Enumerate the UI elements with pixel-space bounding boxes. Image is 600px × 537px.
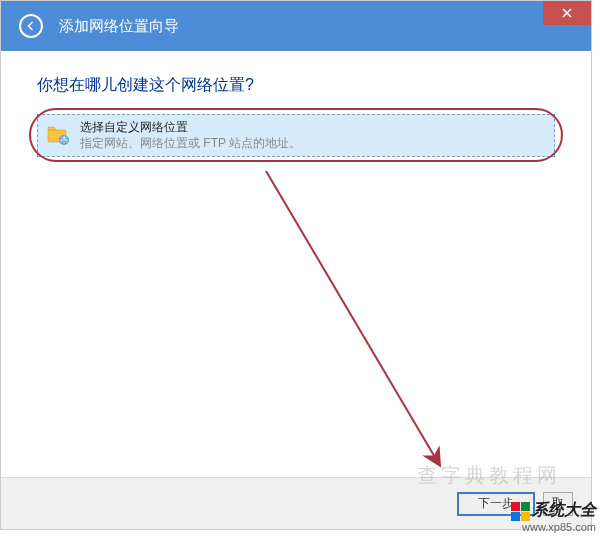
titlebar: 添加网络位置向导 (1, 1, 591, 51)
close-button[interactable] (543, 1, 591, 25)
close-icon (562, 8, 572, 18)
watermark-url: www.xp85.com (510, 521, 596, 533)
watermark: 系统大全 www.xp85.com (510, 500, 596, 533)
faint-watermark: 查字典教程网 (417, 462, 561, 489)
wizard-window: 添加网络位置向导 你想在哪儿创建这个网络位置? 选 (0, 0, 592, 530)
wizard-question: 你想在哪儿创建这个网络位置? (37, 75, 555, 96)
option-title: 选择自定义网络位置 (80, 120, 546, 136)
windows-logo-icon (510, 501, 529, 520)
arrow-left-icon (25, 20, 37, 32)
custom-location-option[interactable]: 选择自定义网络位置 指定网站、网络位置或 FTP 站点的地址。 (37, 114, 555, 157)
folder-network-icon (46, 122, 70, 146)
option-container: 选择自定义网络位置 指定网站、网络位置或 FTP 站点的地址。 (37, 114, 555, 157)
window-title: 添加网络位置向导 (59, 17, 179, 36)
content-area: 你想在哪儿创建这个网络位置? 选择自定义网络位置 指定网站、网络位置或 FTP … (1, 51, 591, 477)
option-description: 指定网站、网络位置或 FTP 站点的地址。 (80, 136, 546, 152)
option-text-group: 选择自定义网络位置 指定网站、网络位置或 FTP 站点的地址。 (80, 120, 546, 151)
back-button[interactable] (19, 14, 43, 38)
watermark-brand: 系统大全 (510, 500, 596, 521)
